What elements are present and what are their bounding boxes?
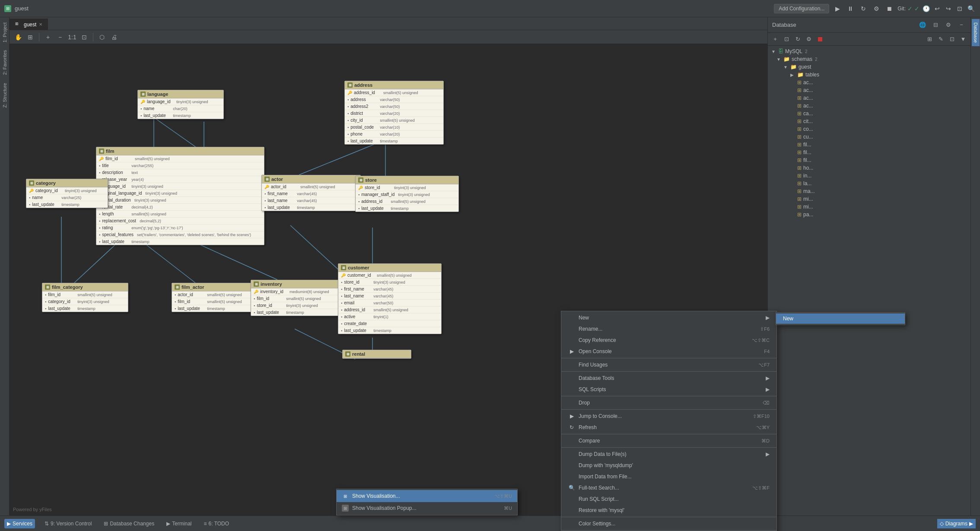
db-properties-button[interactable]: ⚙	[804, 35, 814, 44]
ctx-item-refresh[interactable]: ↻ Refresh ⌥⌘Y	[561, 422, 776, 433]
ctx-item-import-file[interactable]: Import Data from File...	[561, 471, 776, 482]
table-film-category[interactable]: ⊞ film_category ▪ film_id smallint(5) un…	[42, 283, 128, 312]
db-console-button[interactable]: ⊡	[947, 35, 957, 44]
db-stop-button[interactable]	[815, 35, 825, 44]
tree-item-cit[interactable]: ⊞ cit...	[768, 117, 970, 125]
table-language[interactable]: ⊞ language 🔑 language_id tinyint(3) unsi…	[137, 90, 224, 119]
table-inventory[interactable]: ⊞ inventory 🔑 inventory_id mediumint(8) …	[251, 280, 346, 316]
tree-item-ac4[interactable]: ⊞ ac...	[768, 102, 970, 110]
tree-item-mysql[interactable]: ▼ 🗄 MySQL 2	[768, 47, 970, 55]
tree-item-fil1[interactable]: ⊞ fil...	[768, 141, 970, 149]
git-clock-icon[interactable]: 🕐	[921, 4, 931, 13]
tree-item-fil2[interactable]: ⊞ fil...	[768, 149, 970, 156]
tree-item-tables[interactable]: ▶ 📁 tables	[768, 71, 970, 79]
tree-item-ca[interactable]: ⊞ ca...	[768, 110, 970, 117]
tree-item-pa[interactable]: ⊞ pa...	[768, 211, 970, 218]
git-check1[interactable]: ✓	[907, 5, 913, 12]
select-tool-button[interactable]: ✋	[13, 32, 23, 42]
tree-item-ac3[interactable]: ⊞ ac...	[768, 94, 970, 102]
tab-close-button[interactable]: ✕	[39, 22, 42, 27]
table-address[interactable]: ⊞ address 🔑 address_id smallint(5) unsig…	[344, 81, 444, 145]
tree-item-mi2[interactable]: ⊞ mi...	[768, 203, 970, 211]
ctx-item-color-settings[interactable]: Color Settings...	[561, 518, 776, 529]
table-store[interactable]: ⊞ store 🔑 store_id tinyint(3) unsigned ▪…	[355, 176, 459, 212]
coverage-button[interactable]: ⚙	[872, 4, 881, 13]
ctx-item-restore-mysql[interactable]: Restore with 'mysql'	[561, 505, 776, 516]
tree-item-ac2[interactable]: ⊞ ac...	[768, 86, 970, 94]
print-button[interactable]: 🖨	[109, 32, 119, 42]
ctx-item-copy-ref[interactable]: Copy Reference ⌥⇧⌘C	[561, 335, 776, 346]
tree-item-co[interactable]: ⊞ co...	[768, 125, 970, 133]
table-rental[interactable]: ⊞ rental	[342, 350, 411, 359]
db-filter-button[interactable]: ▼	[958, 35, 968, 44]
ctx-item-new[interactable]: New ▶ New	[561, 312, 776, 323]
table-film[interactable]: ⊞ film 🔑 film_id smallint(5) unsigned ▪ …	[96, 147, 264, 245]
zoom-in-button[interactable]: +	[43, 32, 53, 42]
fit-screen-button[interactable]: ⊡	[79, 32, 89, 42]
bottom-tab-terminal[interactable]: ▶ Terminal	[164, 519, 194, 528]
tree-item-guest[interactable]: ▼ 📁 guest	[768, 63, 970, 71]
zoom-out-button[interactable]: −	[55, 32, 65, 42]
ctx-item-drop[interactable]: Drop ⌫	[561, 397, 776, 408]
git-redo-icon[interactable]: ↪	[944, 4, 953, 13]
bottom-tab-services[interactable]: ▶ Services	[4, 519, 35, 528]
run-button[interactable]: ▶	[833, 4, 842, 13]
ctx-item-find-usages[interactable]: Find Usages ⌥F7	[561, 359, 776, 370]
add-config-button[interactable]: Add Configuration...	[774, 4, 829, 13]
db-copy-button[interactable]: ⊡	[782, 35, 791, 44]
table-customer[interactable]: ⊞ customer 🔑 customer_id smallint(5) uns…	[338, 263, 442, 334]
ctx-item-sql-scripts[interactable]: SQL Scripts ▶	[561, 384, 776, 395]
bottom-tab-version-control[interactable]: ⇅ 9: Version Control	[42, 519, 94, 528]
show-visualisation-popup-button[interactable]: ⊞ Show Visualisation Popup... ⌘U	[337, 502, 517, 514]
ctx-item-open-console[interactable]: ▶ Open Console F4	[561, 346, 776, 357]
ctx-item-compare[interactable]: Compare ⌘D	[561, 435, 776, 446]
ctx-item-run-sql[interactable]: Run SQL Script...	[561, 493, 776, 505]
db-gear-button[interactable]: ⚙	[944, 20, 953, 30]
ctx-item-rename[interactable]: Rename... ⇧F6	[561, 323, 776, 335]
bottom-tab-db-changes[interactable]: ⊞ Database Changes	[101, 519, 157, 528]
tree-item-in[interactable]: ⊞ in...	[768, 172, 970, 180]
ctx-item-db-tools[interactable]: Database Tools ▶	[561, 373, 776, 384]
db-add-button[interactable]: +	[770, 35, 780, 44]
table-film-actor[interactable]: ⊞ film_actor ▪ actor_id smallint(5) unsi…	[172, 283, 258, 312]
db-split-button[interactable]: ⊟	[931, 20, 940, 30]
ctx-item-jump-console[interactable]: ▶ Jump to Console... ⇧⌘F10	[561, 411, 776, 422]
db-refresh-button[interactable]: ↻	[793, 35, 802, 44]
search-toolbar-icon[interactable]: 🔍	[966, 4, 976, 13]
sidebar-tab-project[interactable]: 1: Project	[1, 19, 9, 46]
ctx-item-full-text-search[interactable]: 🔍 Full-text Search... ⌥⇧⌘F	[561, 482, 776, 493]
pause-button[interactable]: ⏸	[846, 4, 855, 13]
zoom-reset-button[interactable]: 1:1	[67, 32, 77, 42]
bottom-tab-todo[interactable]: ≡ 6: TODO	[201, 519, 232, 528]
stop-button[interactable]: ⏹	[885, 4, 894, 13]
editor-tab-guest[interactable]: ⊞ guest ✕	[10, 19, 48, 30]
tree-item-mi1[interactable]: ⊞ mi...	[768, 195, 970, 203]
ctx-item-dump-mysqldump[interactable]: Dump with 'mysqldump'	[561, 460, 776, 471]
git-undo-icon[interactable]: ↩	[932, 4, 942, 13]
table-tool-button[interactable]: ⊞	[25, 32, 35, 42]
table-category[interactable]: ⊞ category 🔑 category_id tinyint(3) unsi…	[26, 179, 108, 208]
db-globe-button[interactable]: 🌐	[918, 20, 927, 30]
table-actor[interactable]: ⊞ actor 🔑 actor_id smallint(5) unsigned …	[261, 175, 361, 211]
reload-button[interactable]: ↻	[859, 4, 868, 13]
db-minimize-button[interactable]: −	[957, 20, 966, 30]
tree-item-la[interactable]: ⊞ la...	[768, 180, 970, 187]
show-visualisation-button[interactable]: ⊞ Show Visualisation... ⌥⇧⌘U	[337, 490, 517, 502]
tree-item-ho[interactable]: ⊞ ho...	[768, 164, 970, 172]
bottom-tab-diagrams[interactable]: ◇ Diagrams ▶	[937, 519, 976, 528]
tree-item-ma[interactable]: ⊞ ma...	[768, 187, 970, 195]
tree-item-ac1[interactable]: ⊞ ac...	[768, 79, 970, 86]
sidebar-tab-structure[interactable]: Z: Structure	[1, 79, 9, 111]
tree-item-cu[interactable]: ⊞ cu...	[768, 133, 970, 141]
sidebar-tab-database[interactable]: Database	[972, 19, 980, 46]
git-window-icon[interactable]: ⊡	[955, 4, 964, 13]
submenu-item[interactable]: New	[776, 313, 905, 324]
sidebar-tab-favorites[interactable]: 2: Favorites	[1, 47, 9, 78]
db-table-view-button[interactable]: ⊞	[925, 35, 934, 44]
ctx-item-dump-file[interactable]: Dump Data to File(s) ▶	[561, 449, 776, 460]
export-button[interactable]: ⬡	[97, 32, 107, 42]
git-check2[interactable]: ✓	[914, 5, 920, 12]
db-edit-button[interactable]: ✎	[936, 35, 945, 44]
tree-item-fil3[interactable]: ⊞ fil...	[768, 156, 970, 164]
tree-item-schemas[interactable]: ▼ 📁 schemas 2	[768, 55, 970, 63]
